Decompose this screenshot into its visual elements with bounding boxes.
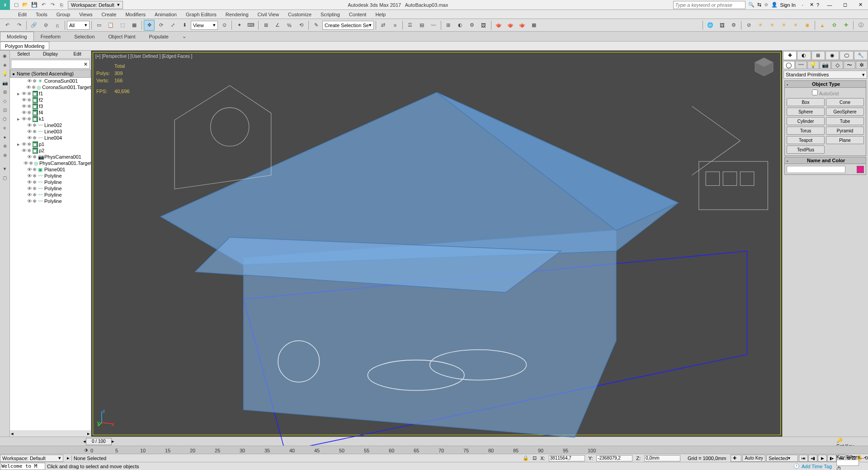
scene-node[interactable]: 👁❄〰Polyline: [10, 198, 91, 204]
name-color-rollout[interactable]: - Name and Color: [784, 157, 866, 164]
se-tool-8[interactable]: ⬡: [1, 115, 9, 123]
setkey-large-button[interactable]: 🔑: [836, 437, 847, 443]
se-tool-6[interactable]: ◇: [1, 97, 9, 105]
menu-civil-view[interactable]: Civil View: [253, 10, 283, 19]
cat-cameras-button[interactable]: 📷: [820, 61, 831, 69]
corona-plus-icon[interactable]: ✚: [840, 20, 851, 31]
menu-modifiers[interactable]: Modifiers: [121, 10, 150, 19]
window-crossing-button[interactable]: ▦: [129, 20, 140, 31]
scene-node[interactable]: 👁❄◎CoronaSun001.Target: [10, 84, 91, 90]
polygon-modeling-tab[interactable]: Polygon Modeling: [0, 42, 49, 50]
ribbon-tab-object paint[interactable]: Object Paint: [102, 32, 142, 41]
time-config-button[interactable]: ⏱: [836, 466, 868, 470]
modify-tab-button[interactable]: ◐: [797, 51, 811, 60]
menu-views[interactable]: Views: [75, 10, 97, 19]
move-button[interactable]: ✥: [144, 20, 155, 31]
primitive-geosphere[interactable]: GeoSphere: [826, 108, 864, 116]
menu-edit[interactable]: Edit: [14, 10, 31, 19]
se-tab-edit[interactable]: Edit: [64, 51, 91, 58]
se-filter-input[interactable]: ✕: [11, 60, 90, 69]
se-tab-display[interactable]: Display: [37, 51, 64, 58]
search-icon[interactable]: 🔍: [748, 2, 755, 8]
cat-lights-button[interactable]: 💡: [807, 61, 819, 69]
exchange-icon[interactable]: ⇆: [757, 2, 761, 8]
utilities-tab-button[interactable]: 🔧: [854, 51, 868, 60]
corona-gear-icon[interactable]: ⚙: [728, 20, 739, 31]
corona-sun4-icon[interactable]: ☀: [790, 20, 801, 31]
se-tool-12[interactable]: ⊕: [1, 151, 9, 159]
pivot-button[interactable]: ⊙: [219, 20, 230, 31]
play-button[interactable]: ▶: [818, 455, 827, 462]
primitive-plane[interactable]: Plane: [826, 136, 864, 144]
mirror-button[interactable]: ⇄: [378, 20, 389, 31]
save-icon[interactable]: 💾: [31, 1, 38, 9]
scene-node[interactable]: 👁❄📷PhysCamera001: [10, 154, 91, 160]
se-tool-14[interactable]: ▢: [1, 174, 9, 182]
se-column-header[interactable]: ● Name (Sorted Ascending): [10, 70, 91, 78]
viewcube-icon[interactable]: [753, 56, 775, 78]
new-icon[interactable]: ▢: [13, 1, 20, 9]
undo-button[interactable]: ↶: [2, 20, 13, 31]
angle-snap-button[interactable]: ∠: [272, 20, 283, 31]
display-tab-button[interactable]: 🖵: [840, 51, 853, 60]
mat-editor-button[interactable]: ◐: [455, 20, 466, 31]
primitive-sphere[interactable]: Sphere: [787, 108, 825, 116]
edit-selset-button[interactable]: ✎: [311, 20, 321, 31]
redo-button[interactable]: ↷: [14, 20, 24, 31]
menu-content[interactable]: Content: [344, 10, 371, 19]
script-listener[interactable]: Welcome to M: [0, 463, 45, 470]
rotate-button[interactable]: ⟳: [156, 20, 166, 31]
primitive-torus[interactable]: Torus: [787, 127, 825, 135]
scene-node[interactable]: ▸👁❄▣k1: [10, 116, 91, 122]
corona-sun3-icon[interactable]: ☀: [778, 20, 789, 31]
se-tool-7[interactable]: ⊡: [1, 106, 9, 114]
open-icon[interactable]: 📂: [22, 1, 29, 9]
se-tool-11[interactable]: ✲: [1, 142, 9, 150]
align-button[interactable]: ≡: [390, 20, 401, 31]
scene-node[interactable]: 👁❄☀CoronaSun001: [10, 78, 91, 84]
bind-button[interactable]: ⎌: [52, 20, 63, 31]
cat-helpers-button[interactable]: ◇: [831, 61, 843, 69]
next-frame-button[interactable]: ▮▸: [827, 455, 836, 462]
corona-globe-icon[interactable]: 🌐: [705, 20, 716, 31]
cat-geometry-button[interactable]: ◯: [783, 61, 795, 69]
help-icon[interactable]: ?: [816, 2, 819, 8]
se-tool-2[interactable]: ◈: [1, 61, 9, 69]
ribbon-tab-selection[interactable]: Selection: [67, 32, 101, 41]
corona-sun2-icon[interactable]: ☀: [767, 20, 778, 31]
time-tag-icon[interactable]: 🕐: [793, 463, 800, 469]
workspace-dropdown[interactable]: Workspace: Default ▾: [68, 1, 123, 9]
corona-warn-icon[interactable]: ▲: [817, 20, 828, 31]
menu-group[interactable]: Group: [52, 10, 75, 19]
se-tool-10[interactable]: ●: [1, 133, 9, 141]
schematic-button[interactable]: ⊞: [443, 20, 454, 31]
redo-icon[interactable]: ↷: [49, 1, 56, 9]
corona-stop-icon[interactable]: ⊘: [743, 20, 754, 31]
scene-node[interactable]: 👁❄〰Line002: [10, 122, 91, 128]
close-button[interactable]: ✕: [853, 0, 868, 10]
undo-icon[interactable]: ↶: [40, 1, 47, 9]
time-ruler[interactable]: ⬗ 05101520253035404550556065707580859095…: [0, 446, 868, 454]
rect-region-button[interactable]: ⬚: [117, 20, 128, 31]
minimize-button[interactable]: —: [822, 0, 837, 10]
ribbon-tab-populate[interactable]: Populate: [142, 32, 175, 41]
add-time-tag-button[interactable]: Add Time Tag: [802, 464, 832, 469]
scene-node[interactable]: ▸👁❄▣f1: [10, 90, 91, 97]
motion-tab-button[interactable]: ◉: [826, 51, 839, 60]
corona-sun1-icon[interactable]: ☀: [755, 20, 766, 31]
scene-node[interactable]: 👁❄〰Polyline: [10, 173, 91, 179]
link-button[interactable]: 🔗: [28, 20, 39, 31]
placement-button[interactable]: ⬇: [179, 20, 190, 31]
render-frame-button[interactable]: 🖼: [478, 20, 489, 31]
cat-spacewarps-button[interactable]: 〜: [844, 61, 855, 69]
menu-animation[interactable]: Animation: [150, 10, 181, 19]
toggle-ribbon-button[interactable]: ▤: [416, 20, 427, 31]
scene-node[interactable]: ▸👁❄▣p1: [10, 141, 91, 147]
selection-filter-dropdown[interactable]: All▾: [67, 21, 90, 30]
render4-button[interactable]: ▦: [528, 20, 539, 31]
scene-node[interactable]: 👁❄〰Polyline: [10, 179, 91, 185]
se-tool-13[interactable]: ▼: [1, 164, 9, 173]
primitive-teapot[interactable]: Teapot: [787, 136, 825, 144]
corona-gear2-icon[interactable]: ✿: [829, 20, 840, 31]
maximize-button[interactable]: ◻: [837, 0, 853, 10]
